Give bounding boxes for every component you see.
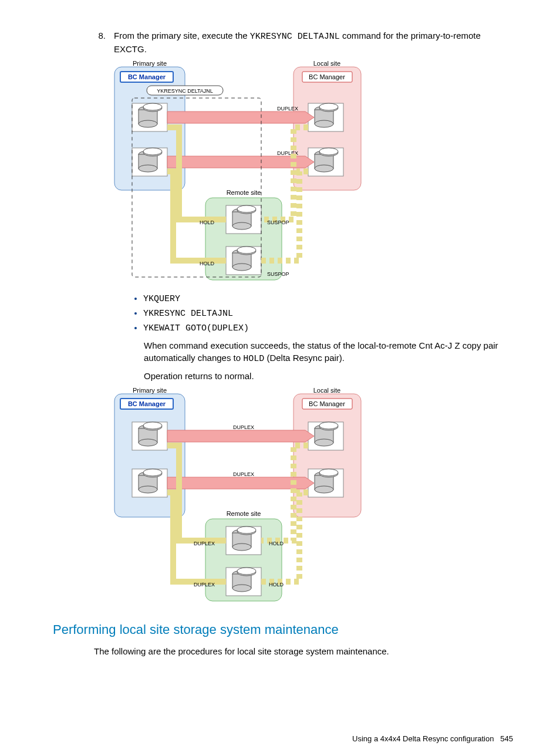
primary-cylinder-2b bbox=[132, 469, 167, 497]
remote-cylinder-2b bbox=[226, 568, 261, 596]
svg-point-35 bbox=[237, 247, 256, 254]
local-bc-manager-label: BC Manager bbox=[309, 73, 345, 80]
duplex-label-1b: DUPLEX bbox=[233, 424, 254, 430]
svg-point-59 bbox=[319, 469, 338, 476]
remote-cylinder-1 bbox=[226, 205, 261, 234]
suspop-label-1: SUSPOP bbox=[267, 220, 289, 225]
svg-point-57 bbox=[315, 486, 333, 493]
primary-cylinder-1 bbox=[132, 103, 167, 131]
duplex-label-2b: DUPLEX bbox=[233, 471, 254, 477]
primary-site-label-2: Primary site bbox=[133, 387, 167, 394]
result-hold: HOLD bbox=[243, 354, 264, 364]
svg-point-47 bbox=[143, 469, 162, 476]
svg-point-51 bbox=[315, 439, 333, 446]
duplex-lr-label-1: DUPLEX bbox=[194, 541, 215, 546]
svg-point-65 bbox=[237, 526, 256, 534]
diagram-2: Primary site BC Manager Local site BC Ma… bbox=[112, 387, 525, 607]
svg-point-39 bbox=[139, 439, 157, 446]
svg-point-33 bbox=[232, 264, 251, 271]
duplex-label-1: DUPLEX bbox=[277, 106, 298, 112]
footer-page: 545 bbox=[500, 734, 513, 743]
svg-point-5 bbox=[143, 103, 162, 110]
ykresync-label: YKRESYNC DELTAJNL bbox=[157, 88, 213, 94]
svg-point-27 bbox=[232, 222, 251, 229]
diagram-1-svg: Primary site BC Manager YKRESYNC DELTAJN… bbox=[112, 60, 364, 283]
local-bc-manager-label-2: BC Manager bbox=[309, 400, 345, 407]
primary-cylinder-1b bbox=[132, 422, 167, 450]
svg-point-3 bbox=[139, 120, 157, 127]
suspop-label-2: SUSPOP bbox=[267, 271, 289, 277]
remote-cylinder-2 bbox=[226, 247, 261, 275]
section-paragraph: The following are the procedures for loc… bbox=[94, 645, 501, 657]
svg-point-11 bbox=[143, 148, 162, 155]
svg-point-21 bbox=[315, 165, 333, 172]
diagram-2-svg: Primary site BC Manager Local site BC Ma… bbox=[112, 387, 364, 604]
page-footer: Using a 4x4x4 Delta Resync configuration… bbox=[35, 734, 525, 744]
svg-point-53 bbox=[319, 422, 338, 429]
remote-site-label-2: Remote site bbox=[227, 510, 261, 517]
command-list: YKQUERY YKRESYNC DELTAJNL YKEWAIT GOTO(D… bbox=[112, 293, 525, 335]
diagram-1: Primary site BC Manager YKRESYNC DELTAJN… bbox=[112, 60, 525, 286]
primary-site-label: Primary site bbox=[133, 60, 167, 67]
step-text-a: From the primary site, execute the bbox=[114, 31, 250, 40]
local-site-label: Local site bbox=[313, 60, 340, 67]
command-ykresync: YKRESYNC DELTAJNL bbox=[143, 308, 525, 320]
duplex-arrow-1b bbox=[167, 430, 314, 442]
primary-cylinder-2 bbox=[132, 148, 167, 176]
step-command: YKRESYNC DELTAJNL bbox=[250, 32, 340, 42]
svg-point-9 bbox=[139, 165, 157, 172]
command-ykewait: YKEWAIT GOTO(DUPLEX) bbox=[143, 322, 525, 335]
return-paragraph: Operation returns to normal. bbox=[144, 370, 501, 382]
hold-lr-label-2: HOLD bbox=[269, 582, 284, 588]
step-8: 8. From the primary site, execute the YK… bbox=[88, 29, 525, 55]
command-ykquery: YKQUERY bbox=[143, 293, 525, 305]
result-text-c: (Delta Resync pair). bbox=[264, 353, 345, 363]
svg-point-15 bbox=[315, 120, 333, 127]
hold-lr-label-1: HOLD bbox=[269, 541, 284, 546]
local-site-label-2: Local site bbox=[313, 387, 340, 394]
svg-point-41 bbox=[143, 422, 162, 429]
svg-point-45 bbox=[139, 486, 157, 493]
section-heading: Performing local site storage system mai… bbox=[53, 621, 525, 639]
remote-cylinder-1b bbox=[226, 526, 261, 555]
primary-bc-manager-label-2: BC Manager bbox=[128, 400, 166, 407]
svg-point-17 bbox=[319, 103, 338, 110]
duplex-arrow-1 bbox=[167, 112, 314, 123]
svg-point-29 bbox=[237, 205, 256, 212]
local-site-box-2 bbox=[294, 394, 361, 517]
svg-point-63 bbox=[232, 544, 251, 551]
svg-point-23 bbox=[319, 148, 338, 155]
hold-label-1: HOLD bbox=[200, 220, 215, 225]
hold-label-2: HOLD bbox=[200, 261, 215, 266]
result-paragraph: When command execution succeeds, the sta… bbox=[144, 339, 501, 365]
step-text: From the primary site, execute the YKRES… bbox=[114, 29, 525, 55]
duplex-lr-label-2: DUPLEX bbox=[194, 582, 215, 588]
remote-site-label: Remote site bbox=[227, 189, 261, 196]
primary-bc-manager-label: BC Manager bbox=[128, 73, 166, 80]
footer-label: Using a 4x4x4 Delta Resync configuration bbox=[352, 734, 494, 743]
svg-point-71 bbox=[237, 568, 256, 575]
svg-point-69 bbox=[232, 585, 251, 592]
step-number: 8. bbox=[88, 29, 114, 55]
